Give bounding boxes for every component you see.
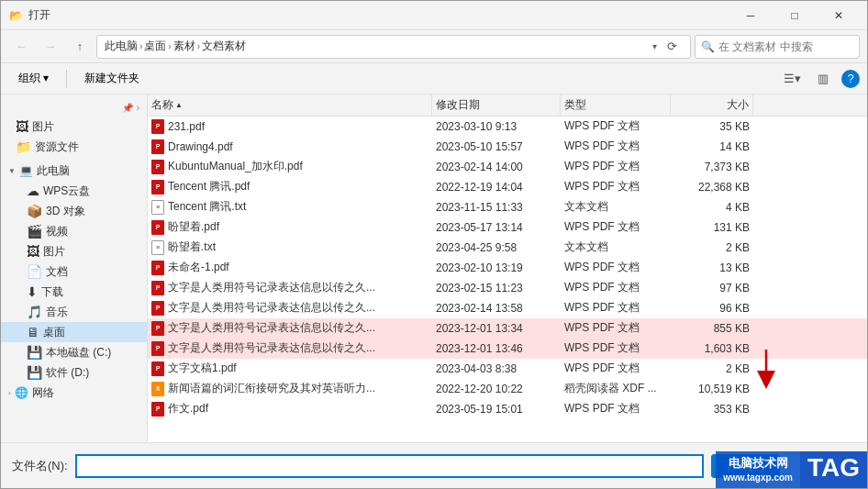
file-name: Tencent 腾讯.pdf [168, 179, 250, 194]
file-name: 文字是人类用符号记录表达信息以传之久... [168, 340, 375, 356]
filename-input[interactable] [75, 454, 704, 478]
table-row[interactable]: P 盼望着.pdf 2023-05-17 13:14 WPS PDF 文档 13… [148, 217, 867, 238]
sort-arrow-icon: ▲ [175, 101, 183, 109]
panel-toggle-button[interactable]: ▥ [810, 67, 836, 91]
refresh-button[interactable]: ⟳ [661, 36, 683, 58]
col-header-date[interactable]: 修改日期 [432, 94, 561, 116]
file-date-cell: 2023-02-14 13:58 [432, 298, 561, 317]
file-name-cell: P Tencent 腾讯.pdf [148, 177, 432, 196]
table-row[interactable]: P 作文.pdf 2023-05-19 15:01 WPS PDF 文档 353… [148, 399, 867, 419]
file-type-cell: WPS PDF 文档 [561, 399, 671, 418]
pdf-icon: P [151, 220, 164, 235]
path-sep-3: › [197, 41, 200, 51]
file-name: 文字是人类用符号记录表达信息以传之久... [168, 320, 375, 336]
table-row[interactable]: ≡ 盼望着.txt 2023-04-25 9:58 文本文档 2 KB [148, 238, 867, 258]
file-name-cell: P 盼望着.pdf [148, 217, 432, 237]
path-item-computer[interactable]: 此电脑 [105, 39, 138, 54]
file-type-cell: WPS PDF 文档 [561, 117, 671, 136]
sidebar-item-pictures-pinned[interactable]: 🖼 图片 [1, 117, 147, 137]
pdf-icon: P [151, 402, 164, 417]
path-item-material[interactable]: 素材 [173, 39, 195, 54]
table-row[interactable]: P Drawing4.pdf 2023-05-10 15:57 WPS PDF … [148, 137, 867, 157]
sidebar-item-video[interactable]: 🎬 视频 [1, 221, 147, 241]
file-date-cell: 2023-02-10 13:19 [432, 258, 561, 277]
address-chevron-icon[interactable]: ▾ [652, 41, 657, 51]
file-name: 文字是人类用符号记录表达信息以传之久... [168, 280, 375, 295]
file-date-cell: 2022-12-19 14:04 [432, 177, 561, 196]
col-header-type[interactable]: 类型 [561, 94, 671, 116]
back-button[interactable]: ← [8, 35, 34, 59]
file-type-cell: WPS PDF 文档 [561, 298, 671, 317]
file-date-cell: 2023-02-15 11:23 [432, 278, 561, 297]
file-list: P 231.pdf 2023-03-10 9:13 WPS PDF 文档 35 … [148, 117, 867, 442]
file-type-cell: WPS PDF 文档 [561, 278, 671, 297]
computer-icon: 💻 [19, 164, 33, 177]
path-item-docs[interactable]: 文档素材 [202, 39, 246, 54]
new-folder-button[interactable]: 新建文件夹 [74, 67, 150, 91]
organize-button[interactable]: 组织 ▾ [8, 67, 59, 91]
file-type-cell: 稻壳阅读器 XDF ... [561, 379, 671, 398]
path-item-desktop[interactable]: 桌面 [144, 39, 166, 54]
window-title: 打开 [28, 7, 50, 23]
open-button[interactable]: 打开(O) [711, 454, 780, 478]
help-button[interactable]: ? [841, 70, 860, 88]
up-button[interactable]: ↑ [67, 35, 93, 59]
filename-row: 文件名(N): 打开(O) 取消 [12, 454, 856, 478]
file-size-cell: 4 KB [671, 197, 753, 217]
sidebar-item-music[interactable]: 🎵 音乐 [1, 302, 147, 322]
sidebar-item-resources[interactable]: 📁 资源文件 [1, 137, 147, 157]
sidebar-item-drive-d[interactable]: 💾 软件 (D:) [1, 362, 147, 383]
sidebar-section-label: 此电脑 [37, 163, 70, 179]
file-size-cell: 131 KB [671, 217, 753, 237]
sidebar-item-pictures[interactable]: 🖼 图片 [1, 241, 147, 261]
cancel-button[interactable]: 取消 [787, 454, 856, 478]
sidebar-item-desktop[interactable]: 🖥 桌面 [1, 322, 147, 342]
sidebar-item-wps-cloud[interactable]: ☁ WPS云盘 [1, 181, 147, 201]
table-row[interactable]: P Tencent 腾讯.pdf 2022-12-19 14:04 WPS PD… [148, 177, 867, 197]
forward-button[interactable]: → [38, 35, 63, 59]
file-size-cell: 13 KB [671, 258, 753, 277]
table-row[interactable]: ≡ Tencent 腾讯.txt 2023-11-15 11:33 文本文档 4… [148, 197, 867, 217]
title-bar-left: 📂 打开 [8, 7, 729, 23]
file-type-cell: WPS PDF 文档 [561, 137, 671, 156]
file-date-cell: 2023-04-25 9:58 [432, 238, 561, 257]
table-row[interactable]: P 231.pdf 2023-03-10 9:13 WPS PDF 文档 35 … [148, 117, 867, 137]
sidebar-item-label: 本地磁盘 (C:) [46, 345, 111, 361]
close-button[interactable]: ✕ [818, 3, 860, 28]
sidebar-item-drive-c[interactable]: 💾 本地磁盘 (C:) [1, 342, 147, 362]
col-header-name[interactable]: 名称 ▲ [148, 94, 432, 116]
file-name-cell: P 未命名-1.pdf [148, 258, 432, 277]
view-toggle-button[interactable]: ☰▾ [779, 67, 805, 91]
table-row[interactable]: P 未命名-1.pdf 2023-02-10 13:19 WPS PDF 文档 … [148, 258, 867, 278]
table-row[interactable]: P 文字是人类用符号记录表达信息以传之久... 2023-12-01 13:34… [148, 318, 867, 339]
table-row[interactable]: P 文字是人类用符号记录表达信息以传之久... 2023-02-15 11:23… [148, 278, 867, 298]
table-row[interactable]: P KubuntuManual_加水印.pdf 2023-02-14 14:00… [148, 157, 867, 177]
col-header-size[interactable]: 大小 [671, 94, 753, 116]
file-name-cell: P 文字是人类用符号记录表达信息以传之久... [148, 298, 432, 317]
sidebar-item-documents[interactable]: 📄 文档 [1, 261, 147, 282]
sidebar-item-label: 下载 [41, 284, 63, 300]
pin-area: 📌 › [1, 98, 147, 117]
file-name-cell: P 文字是人类用符号记录表达信息以传之久... [148, 278, 432, 297]
col-type-label: 类型 [564, 97, 586, 113]
pdf-icon: P [151, 160, 164, 174]
search-input[interactable] [718, 40, 856, 53]
table-row[interactable]: P 文字是人类用符号记录表达信息以传之久... 2023-02-14 13:58… [148, 298, 867, 318]
file-size-cell: 353 KB [671, 399, 753, 418]
sidebar-item-label: 视频 [46, 224, 68, 239]
table-row[interactable]: P 文字文稿1.pdf 2023-04-03 8:38 WPS PDF 文档 2… [148, 359, 867, 379]
music-icon: 🎵 [27, 305, 42, 319]
col-date-label: 修改日期 [436, 97, 480, 113]
sidebar-item-label: 软件 (D:) [46, 365, 89, 381]
pdf-icon: P [151, 301, 164, 316]
red-arrow-annotation [739, 345, 794, 391]
maximize-button[interactable]: □ [773, 3, 816, 28]
sidebar-section-computer[interactable]: ▼ 💻 此电脑 [1, 161, 147, 181]
file-type-cell: WPS PDF 文档 [561, 177, 671, 196]
pictures2-icon: 🖼 [27, 244, 39, 259]
sidebar-item-3d[interactable]: 📦 3D 对象 [1, 201, 147, 221]
sidebar-item-downloads[interactable]: ⬇ 下载 [1, 282, 147, 302]
sidebar-section-network[interactable]: › 🌐 网络 [1, 383, 147, 403]
file-name-cell: P KubuntuManual_加水印.pdf [148, 157, 432, 176]
minimize-button[interactable]: ─ [729, 3, 772, 28]
